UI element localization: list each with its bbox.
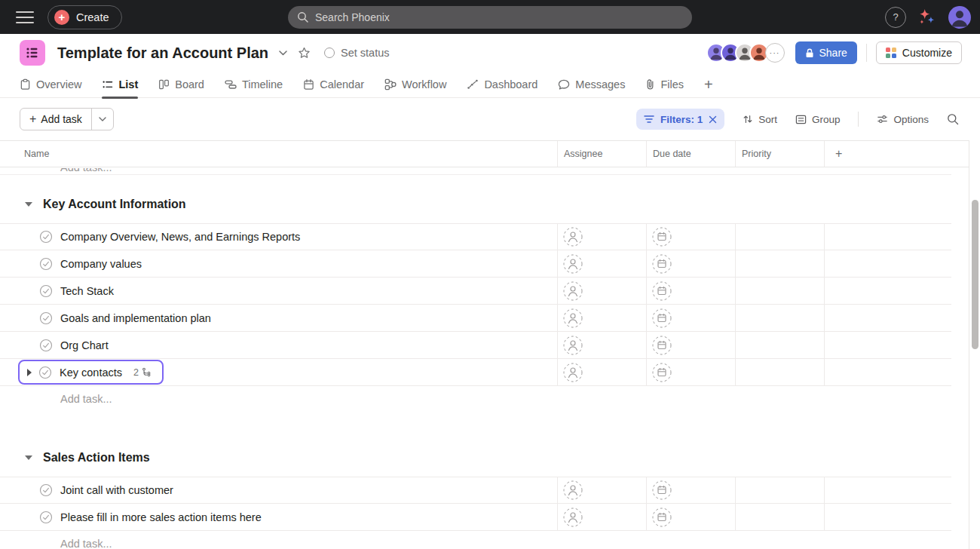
section-header-sales-action-items[interactable]: Sales Action Items: [0, 444, 951, 471]
priority-cell[interactable]: [735, 278, 824, 304]
task-row[interactable]: Org Chart: [0, 332, 951, 359]
chevron-down-icon[interactable]: [279, 51, 287, 56]
assignee-cell[interactable]: [557, 305, 646, 331]
member-avatars[interactable]: ···: [706, 43, 785, 63]
task-row[interactable]: Joint call with customer: [0, 477, 951, 504]
priority-cell[interactable]: [735, 359, 824, 385]
chevron-down-icon: [99, 117, 106, 121]
tab-timeline[interactable]: Timeline: [225, 72, 283, 98]
section-header-key-account-information[interactable]: Key Account Information: [0, 191, 951, 218]
tab-list[interactable]: List: [102, 72, 138, 98]
priority-cell[interactable]: [735, 305, 824, 331]
sort-icon: [743, 114, 753, 124]
tab-dashboard[interactable]: Dashboard: [467, 72, 537, 98]
task-row-selected[interactable]: Key contacts 2: [0, 359, 951, 386]
tab-overview[interactable]: Overview: [20, 72, 81, 98]
complete-check-icon[interactable]: [38, 366, 52, 379]
search-tasks-icon[interactable]: [947, 113, 959, 125]
assignee-cell[interactable]: [557, 224, 646, 250]
add-task-dropdown[interactable]: [91, 109, 113, 130]
task-name[interactable]: Goals and implementation plan: [60, 312, 211, 324]
tab-add-view[interactable]: +: [704, 72, 713, 98]
collapse-triangle-icon[interactable]: [25, 202, 32, 207]
expand-subtasks-icon[interactable]: [27, 369, 32, 376]
options-button[interactable]: Options: [877, 114, 929, 125]
priority-cell[interactable]: [735, 224, 824, 250]
due-date-cell[interactable]: [646, 250, 735, 277]
clipped-add-task-row[interactable]: Add task...: [0, 168, 951, 175]
due-date-cell[interactable]: [646, 224, 735, 250]
share-button[interactable]: Share: [795, 41, 857, 64]
complete-check-icon[interactable]: [39, 284, 53, 298]
priority-cell[interactable]: [735, 332, 824, 358]
task-row[interactable]: Tech Stack: [0, 278, 951, 305]
complete-check-icon[interactable]: [39, 511, 53, 524]
add-task-row[interactable]: Add task...: [0, 531, 951, 549]
assignee-cell[interactable]: [557, 359, 646, 385]
assignee-cell[interactable]: [557, 332, 646, 358]
assignee-cell[interactable]: [557, 278, 646, 304]
help-button[interactable]: ?: [885, 7, 906, 28]
selected-task-box[interactable]: Key contacts 2: [18, 360, 164, 385]
task-name[interactable]: Joint call with customer: [60, 484, 173, 496]
complete-check-icon[interactable]: [39, 311, 53, 325]
column-header-due-date[interactable]: Due date: [646, 141, 735, 167]
priority-cell[interactable]: [735, 477, 824, 503]
tab-messages[interactable]: Messages: [558, 72, 625, 98]
column-header-assignee[interactable]: Assignee: [557, 141, 646, 167]
user-avatar[interactable]: [948, 6, 971, 29]
complete-check-icon[interactable]: [39, 257, 53, 271]
add-task-row[interactable]: Add task...: [0, 386, 951, 412]
task-row[interactable]: Goals and implementation plan: [0, 305, 951, 332]
due-date-cell[interactable]: [646, 477, 735, 503]
task-name[interactable]: Tech Stack: [60, 285, 114, 297]
hamburger-menu-icon[interactable]: [16, 11, 34, 23]
create-button[interactable]: + Create: [47, 5, 122, 29]
complete-check-icon[interactable]: [39, 339, 53, 352]
task-name[interactable]: Key contacts: [60, 367, 122, 379]
customize-button[interactable]: Customize: [876, 41, 962, 64]
search-input[interactable]: Search Phoenix: [288, 6, 692, 29]
tab-workflow[interactable]: Workflow: [384, 72, 446, 98]
task-name[interactable]: Company Overview, News, and Earnings Rep…: [60, 231, 300, 243]
priority-cell[interactable]: [735, 504, 824, 530]
add-task-button[interactable]: + Add task: [20, 108, 114, 130]
due-date-cell[interactable]: [646, 305, 735, 331]
tab-board[interactable]: Board: [158, 72, 204, 98]
assignee-cell[interactable]: [557, 250, 646, 277]
complete-check-icon[interactable]: [39, 230, 53, 244]
empty-cell: [824, 250, 951, 277]
add-task-main[interactable]: + Add task: [20, 109, 91, 130]
task-name[interactable]: Please fill in more sales action items h…: [60, 511, 262, 523]
plus-circle-icon: +: [54, 10, 69, 25]
add-column-button[interactable]: +: [824, 141, 951, 167]
priority-cell[interactable]: [735, 250, 824, 277]
tab-calendar[interactable]: Calendar: [303, 72, 364, 98]
set-status-button[interactable]: Set status: [324, 47, 389, 59]
favorite-star-icon[interactable]: [298, 47, 311, 59]
filters-badge[interactable]: Filters: 1: [636, 109, 724, 130]
task-row[interactable]: Please fill in more sales action items h…: [0, 504, 951, 531]
clear-filter-icon[interactable]: [709, 115, 717, 124]
complete-check-icon[interactable]: [39, 483, 53, 497]
task-name[interactable]: Org Chart: [60, 339, 109, 351]
due-date-cell[interactable]: [646, 278, 735, 304]
tab-files[interactable]: Files: [645, 72, 684, 98]
group-button[interactable]: Group: [795, 114, 841, 125]
task-row[interactable]: Company values: [0, 250, 951, 278]
task-row[interactable]: Company Overview, News, and Earnings Rep…: [0, 223, 951, 250]
column-header-name[interactable]: Name: [0, 149, 557, 159]
task-name[interactable]: Company values: [60, 258, 142, 270]
assignee-cell[interactable]: [557, 477, 646, 503]
vertical-scrollbar[interactable]: [972, 200, 978, 349]
due-date-cell[interactable]: [646, 504, 735, 530]
due-date-cell[interactable]: [646, 332, 735, 358]
project-icon[interactable]: [20, 40, 45, 66]
assignee-cell[interactable]: [557, 504, 646, 530]
collapse-triangle-icon[interactable]: [25, 455, 32, 460]
more-members-button[interactable]: ···: [765, 43, 785, 63]
sparkles-ai-icon[interactable]: [918, 8, 936, 26]
sort-button[interactable]: Sort: [743, 114, 777, 125]
column-header-priority[interactable]: Priority: [735, 141, 824, 167]
due-date-cell[interactable]: [646, 359, 735, 385]
